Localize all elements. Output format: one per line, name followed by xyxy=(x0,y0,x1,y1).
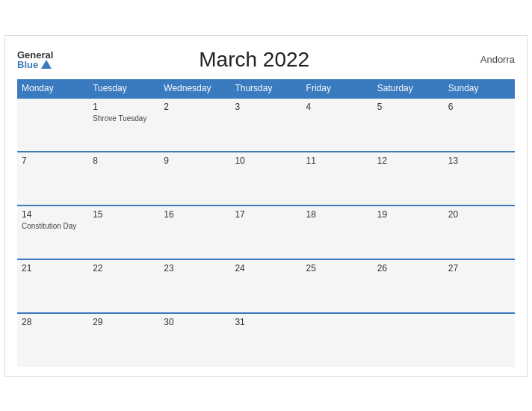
calendar-cell: 14Constitution Day xyxy=(17,206,88,259)
calendar-cell: 3 xyxy=(230,98,301,152)
day-number: 6 xyxy=(448,102,510,112)
calendar-cell: 29 xyxy=(88,313,159,367)
day-number: 20 xyxy=(448,209,510,220)
day-event: Shrove Tuesday xyxy=(93,114,155,123)
day-number: 4 xyxy=(306,102,368,112)
day-number: 12 xyxy=(377,155,439,166)
week-row-4: 21222324252627 xyxy=(17,259,515,313)
calendar-header: General Blue March 2022 Andorra xyxy=(17,48,515,72)
calendar-cell: 17 xyxy=(230,206,301,259)
weekday-header-friday: Friday xyxy=(302,79,373,98)
calendar-cell: 22 xyxy=(88,259,159,313)
day-number: 9 xyxy=(164,155,226,166)
week-row-3: 14Constitution Day151617181920 xyxy=(17,206,515,259)
calendar-cell: 20 xyxy=(444,206,515,259)
weekday-header-thursday: Thursday xyxy=(230,79,301,98)
calendar-cell: 11 xyxy=(302,152,373,206)
calendar-cell: 18 xyxy=(302,206,373,259)
calendar-cell: 31 xyxy=(230,313,301,367)
day-event: Constitution Day xyxy=(22,221,84,231)
calendar-cell: 16 xyxy=(159,206,230,259)
day-number: 21 xyxy=(22,263,84,274)
day-number: 30 xyxy=(164,317,226,327)
day-number: 2 xyxy=(164,102,226,112)
calendar-cell xyxy=(444,313,515,367)
day-number: 17 xyxy=(235,209,297,220)
weekday-header-sunday: Sunday xyxy=(444,79,515,98)
calendar-title: March 2022 xyxy=(53,48,455,72)
calendar-wrapper: General Blue March 2022 Andorra MondayTu… xyxy=(4,35,528,377)
logo-blue-text: Blue xyxy=(17,60,53,69)
day-number: 14 xyxy=(22,209,84,220)
calendar-grid: MondayTuesdayWednesdayThursdayFridaySatu… xyxy=(17,79,515,367)
weekday-header-tuesday: Tuesday xyxy=(88,79,159,98)
day-number: 1 xyxy=(93,102,155,112)
calendar-cell xyxy=(373,313,444,367)
calendar-cell: 23 xyxy=(159,259,230,313)
day-number: 16 xyxy=(164,209,226,220)
calendar-cell: 7 xyxy=(17,152,88,206)
calendar-cell: 21 xyxy=(17,259,88,313)
day-number: 22 xyxy=(93,263,155,274)
weekday-header-monday: Monday xyxy=(17,79,88,98)
day-number: 19 xyxy=(377,209,439,220)
day-number: 31 xyxy=(235,317,297,327)
week-row-1: 1Shrove Tuesday23456 xyxy=(17,98,515,152)
day-number: 26 xyxy=(377,263,439,274)
day-number: 5 xyxy=(377,102,439,112)
calendar-cell: 5 xyxy=(373,98,444,152)
day-number: 29 xyxy=(93,317,155,327)
calendar-cell: 13 xyxy=(444,152,515,206)
calendar-cell: 8 xyxy=(88,152,159,206)
weekday-header-saturday: Saturday xyxy=(373,79,444,98)
day-number: 28 xyxy=(22,317,84,327)
day-number: 23 xyxy=(164,263,226,274)
calendar-cell xyxy=(302,313,373,367)
calendar-cell: 10 xyxy=(230,152,301,206)
day-number: 18 xyxy=(306,209,368,220)
calendar-cell: 25 xyxy=(302,259,373,313)
calendar-cell: 9 xyxy=(159,152,230,206)
calendar-cell: 12 xyxy=(373,152,444,206)
calendar-cell: 2 xyxy=(159,98,230,152)
day-number: 11 xyxy=(306,155,368,166)
day-number: 25 xyxy=(306,263,368,274)
week-row-2: 78910111213 xyxy=(17,152,515,206)
day-number: 10 xyxy=(235,155,297,166)
day-number: 7 xyxy=(22,155,84,166)
calendar-cell: 15 xyxy=(88,206,159,259)
calendar-cell: 6 xyxy=(444,98,515,152)
day-number: 24 xyxy=(235,263,297,274)
day-number: 3 xyxy=(235,102,297,112)
weekday-header-wednesday: Wednesday xyxy=(159,79,230,98)
day-number: 15 xyxy=(93,209,155,220)
calendar-cell: 24 xyxy=(230,259,301,313)
calendar-cell: 4 xyxy=(302,98,373,152)
calendar-cell: 28 xyxy=(17,313,88,367)
calendar-cell: 1Shrove Tuesday xyxy=(88,98,159,152)
calendar-region: Andorra xyxy=(455,54,515,65)
day-number: 13 xyxy=(448,155,510,166)
calendar-cell xyxy=(17,98,88,152)
logo-triangle-icon xyxy=(41,60,52,69)
logo-general-text: General xyxy=(17,50,53,60)
calendar-cell: 26 xyxy=(373,259,444,313)
calendar-cell: 30 xyxy=(159,313,230,367)
calendar-cell: 27 xyxy=(444,259,515,313)
calendar-cell: 19 xyxy=(373,206,444,259)
week-row-5: 28293031 xyxy=(17,313,515,367)
day-number: 8 xyxy=(93,155,155,166)
day-number: 27 xyxy=(448,263,510,274)
logo: General Blue xyxy=(17,50,53,69)
weekday-header-row: MondayTuesdayWednesdayThursdayFridaySatu… xyxy=(17,79,515,98)
